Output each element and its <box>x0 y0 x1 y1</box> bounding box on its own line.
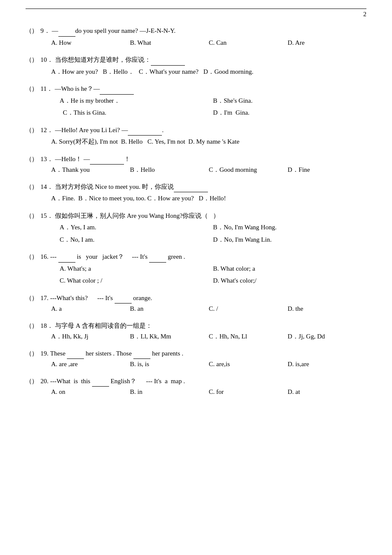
paren-left-17: （ <box>26 293 31 304</box>
paren-right-17: ） <box>32 293 38 304</box>
question-10: （ ） 10． 当你想知道对方是谁时，你应说： A．How are you? B… <box>26 55 366 78</box>
q13-num: 13． <box>40 154 53 165</box>
paren-left-12: （ <box>26 125 31 136</box>
question-18: （ ） 18． 与字母 A 含有相同读音的一组是： A．Hh, Kk, Jj B… <box>26 321 366 342</box>
paren-left-16: （ <box>26 251 31 263</box>
question-19: （ ） 19. These her sisters . Those her pa… <box>26 348 366 370</box>
q11-text: —Who is he？— <box>55 84 366 95</box>
q19-text: These her sisters . Those her parents . <box>50 348 366 359</box>
q12-opt-all: A. Sorry(对不起), I'm not B. Hello C. Yes, … <box>51 138 239 145</box>
question-12: （ ） 12． —Hello! Are you Li Lei? —. A. So… <box>26 125 366 148</box>
q15-opt-c: C．No, I am. <box>60 234 213 246</box>
question-13: （ ） 13． —Hello！ —！ A．Thank you B．Hello C… <box>26 154 366 176</box>
q10-num: 10． <box>40 55 53 66</box>
q9-opt-a: A. How <box>51 37 130 49</box>
q15-text: 假如你叫王琳，别人问你 Are you Wang Hong?你应说（ ） <box>55 211 366 222</box>
paren-left-14: （ <box>26 182 31 193</box>
q18-opt-c: C．Hh, Nn, Ll <box>209 331 288 342</box>
q15-opt-a: A．Yes, I am. <box>60 221 213 234</box>
q11-options: A．He is my brother． B．She's Gina. C．This… <box>26 95 366 119</box>
page-number: 2 <box>363 11 367 18</box>
paren-right-13: ） <box>32 154 38 165</box>
question-16: （ ） 16. --- is your jacket？ --- It's gre… <box>26 251 366 287</box>
q9-text: —do you spell your name? —J-E-N-N-Y. <box>52 26 367 37</box>
q15-num: 15． <box>40 211 53 222</box>
q16-num: 16. <box>40 251 49 263</box>
q17-text: ---What's this? --- It's orange. <box>50 293 366 304</box>
q13-opt-a: A．Thank you <box>51 165 130 176</box>
q13-opt-b: B．Hello <box>130 165 209 176</box>
q12-options: A. Sorry(对不起), I'm not B. Hello C. Yes, … <box>26 136 366 148</box>
paren-right-12: ） <box>32 125 38 136</box>
q18-num: 18． <box>40 321 53 332</box>
q19-options: A. are ,are B. is, is C. are,is D. is,ar… <box>26 359 366 370</box>
paren-right-15: ） <box>32 211 38 222</box>
question-15: （ ） 15． 假如你叫王琳，别人问你 Are you Wang Hong?你应… <box>26 211 366 246</box>
paren-right-19: ） <box>32 348 38 359</box>
q20-opt-d: D. at <box>288 387 366 398</box>
q14-options: A．Fine. B．Nice to meet you, too. C．How a… <box>26 192 366 205</box>
q18-opt-a: A．Hh, Kk, Jj <box>51 331 130 342</box>
q13-text: —Hello！ —！ <box>55 154 366 165</box>
q17-num: 17. <box>40 293 49 304</box>
q11-opt-c: C．This is Gina. <box>60 107 213 119</box>
q20-options: A. on B. in C. for D. at <box>26 387 366 398</box>
paren-left-20: （ <box>26 376 31 387</box>
question-11: （ ） 11． —Who is he？— A．He is my brother．… <box>26 84 366 119</box>
q18-text: 与字母 A 含有相同读音的一组是： <box>55 321 366 332</box>
q12-num: 12． <box>40 125 53 136</box>
q20-opt-a: A. on <box>51 387 130 398</box>
q10-text: 当你想知道对方是谁时，你应说： <box>55 55 366 66</box>
q19-num: 19. <box>40 348 49 359</box>
q16-opt-a: A. What's; a <box>60 263 213 275</box>
paren-left-10: （ <box>26 55 31 66</box>
q18-options: A．Hh, Kk, Jj B．Ll, Kk, Mm C．Hh, Nn, Ll D… <box>26 331 366 342</box>
q19-opt-b: B. is, is <box>130 359 209 370</box>
q16-options: A. What's; a B. What color; a C. What co… <box>26 263 366 287</box>
q12-text: —Hello! Are you Li Lei? —. <box>55 125 366 136</box>
q10-opt-a: A．How are you? B．Hello． C．What's your na… <box>51 68 254 75</box>
q14-num: 14． <box>40 182 53 193</box>
paren-left-13: （ <box>26 154 31 165</box>
q17-opt-c: C. / <box>209 304 288 315</box>
paren-right-14: ） <box>32 182 38 193</box>
q11-opt-a: A．He is my brother． <box>60 95 213 107</box>
q18-opt-d: D．Jj, Gg, Dd <box>288 331 366 342</box>
paren-left-15: （ <box>26 211 31 222</box>
q15-options: A．Yes, I am. B．No, I'm Wang Hong. C．No, … <box>26 221 366 246</box>
paren-right-16: ） <box>32 251 38 263</box>
q17-opt-d: D. the <box>288 304 366 315</box>
q20-opt-b: B. in <box>130 387 209 398</box>
q9-options: A. How B. What C. Can D. Are <box>26 37 366 49</box>
page-header: 2 <box>26 9 366 18</box>
q18-opt-b: B．Ll, Kk, Mm <box>130 331 209 342</box>
q16-text: --- is your jacket？ --- It's green . <box>50 251 366 263</box>
q15-opt-b: B．No, I'm Wang Hong. <box>213 221 366 234</box>
q16-opt-d: D. What's color;/ <box>213 275 366 287</box>
q10-options: A．How are you? B．Hello． C．What's your na… <box>26 66 366 78</box>
q11-opt-b: B．She's Gina. <box>213 95 366 107</box>
paren-right-20: ） <box>32 376 38 387</box>
q9-opt-d: D. Are <box>288 37 366 49</box>
q13-opt-d: D．Fine <box>288 165 366 176</box>
question-17: （ ） 17. ---What's this? --- It's orange.… <box>26 293 366 315</box>
q17-opt-a: A. a <box>51 304 130 315</box>
q14-opt-all: A．Fine. B．Nice to meet you, too. C．How a… <box>51 195 226 202</box>
q17-options: A. a B. an C. / D. the <box>26 304 366 315</box>
paren-left-9: （ <box>26 26 31 37</box>
question-14: （ ） 14． 当对方对你说 Nice to meet you. 时，你应说 A… <box>26 182 366 205</box>
q11-opt-d: D．I'm Gina. <box>213 107 366 119</box>
question-20: （ ） 20. ---What is this English？ --- It'… <box>26 376 366 398</box>
paren-left-18: （ <box>26 321 31 332</box>
q13-options: A．Thank you B．Hello C．Good morning D．Fin… <box>26 165 366 176</box>
q19-opt-d: D. is,are <box>288 359 366 370</box>
q9-opt-c: C. Can <box>209 37 288 49</box>
paren-right-18: ） <box>32 321 38 332</box>
q16-opt-c: C. What color ; / <box>60 275 213 287</box>
q20-num: 20. <box>40 376 49 387</box>
paren-right-9: ） <box>32 26 38 37</box>
q19-opt-c: C. are,is <box>209 359 288 370</box>
paren-left-11: （ <box>26 84 31 95</box>
paren-left-19: （ <box>26 348 31 359</box>
paren-right-11: ） <box>32 84 38 95</box>
